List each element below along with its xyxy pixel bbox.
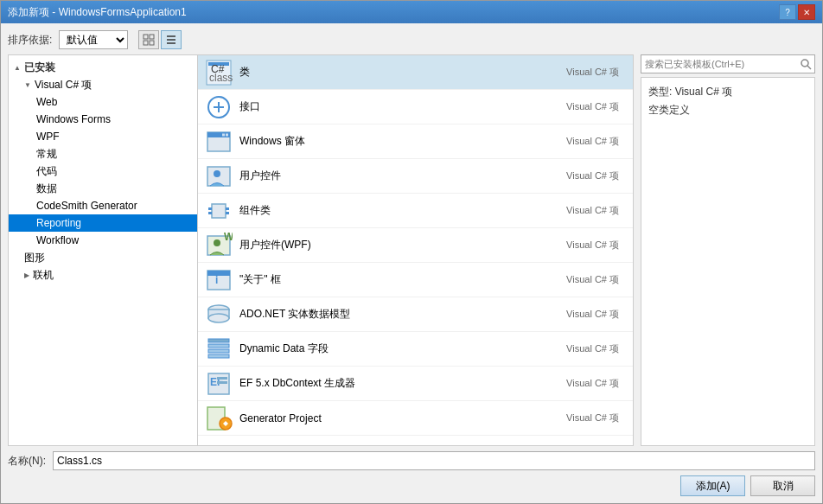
- search-icon: [800, 58, 812, 70]
- add-button[interactable]: 添加(A): [680, 475, 745, 496]
- item-row-ado[interactable]: ADO.NET 实体数据模型 Visual C# 项: [198, 297, 633, 332]
- item-row-interface[interactable]: 接口 Visual C# 项: [198, 90, 633, 124]
- svg-line-45: [807, 66, 811, 69]
- help-button[interactable]: ?: [779, 4, 796, 20]
- workflow-label: Workflow: [36, 234, 79, 246]
- dyndata-icon: [205, 335, 233, 363]
- web-label: Web: [36, 96, 57, 108]
- search-box-container: [641, 54, 815, 73]
- svg-rect-23: [208, 212, 212, 214]
- info-panel: 类型: Visual C# 项 空类定义: [641, 77, 815, 446]
- grid-icon: [143, 34, 155, 46]
- tree-item-general[interactable]: 常规: [9, 145, 197, 163]
- cancel-button[interactable]: 取消: [750, 475, 815, 496]
- item-row-ef[interactable]: EF EF 5.x DbContext 生成器 Visual C# 项: [198, 367, 633, 401]
- tree-item-code[interactable]: 代码: [9, 163, 197, 180]
- item-name-ef: EF 5.x DbContext 生成器: [239, 376, 559, 391]
- item-category-class: Visual C# 项: [566, 66, 626, 79]
- item-category-dyndata: Visual C# 项: [566, 342, 626, 355]
- svg-rect-36: [208, 349, 229, 353]
- svg-rect-22: [226, 207, 229, 210]
- tree-item-data[interactable]: 数据: [9, 180, 197, 197]
- search-input[interactable]: [641, 54, 815, 73]
- sort-select[interactable]: 默认值: [59, 30, 128, 49]
- item-row-usercontrol[interactable]: 用户控件 Visual C# 项: [198, 159, 633, 194]
- name-input[interactable]: [53, 451, 815, 470]
- item-row-generator[interactable]: Generator Project Visual C# 项: [198, 401, 633, 436]
- reporting-label: Reporting: [36, 217, 81, 229]
- svg-rect-2: [144, 41, 148, 45]
- svg-text:i: i: [215, 274, 218, 286]
- tree-item-windows-forms[interactable]: Windows Forms: [9, 111, 197, 128]
- svg-text:W: W: [224, 232, 233, 243]
- expand-csharp-icon: ▼: [24, 81, 31, 89]
- item-category-interface: Visual C# 项: [566, 100, 626, 113]
- code-label: 代码: [36, 164, 57, 179]
- tree-item-online[interactable]: ▶ 联机: [9, 266, 197, 284]
- item-name-about: "关于" 框: [239, 272, 559, 287]
- item-category-ef: Visual C# 项: [566, 377, 626, 390]
- item-category-winform: Visual C# 项: [566, 135, 626, 148]
- item-row-about[interactable]: i "关于" 框 Visual C# 项: [198, 263, 633, 297]
- general-label: 常规: [36, 147, 57, 162]
- tree-item-web[interactable]: Web: [9, 93, 197, 111]
- item-category-about: Visual C# 项: [566, 273, 626, 286]
- ef-icon: EF: [205, 370, 233, 398]
- tree-item-workflow[interactable]: Workflow: [9, 232, 197, 249]
- svg-rect-37: [208, 354, 229, 358]
- item-row-wpf-uc[interactable]: W 用户控件(WPF) Visual C# 项: [198, 228, 633, 263]
- main-area: ▲ 已安装 ▼ Visual C# 项 Web Windows Forms: [8, 54, 815, 446]
- item-row-component[interactable]: 组件类 Visual C# 项: [198, 194, 633, 228]
- generator-icon: [205, 405, 233, 432]
- about-icon: i: [205, 266, 233, 294]
- items-list: C# class 类 Visual C# 项: [198, 55, 633, 445]
- item-row-class[interactable]: C# class 类 Visual C# 项: [198, 55, 633, 90]
- tree-item-graphics[interactable]: 图形: [9, 249, 197, 266]
- wpf-label: WPF: [36, 131, 60, 143]
- graphics-label: 图形: [24, 251, 45, 265]
- type-label: 类型: Visual C# 项: [648, 85, 807, 99]
- expand-online-icon: ▶: [24, 271, 29, 279]
- item-category-ado: Visual C# 项: [566, 308, 626, 321]
- button-row: 添加(A) 取消: [8, 475, 815, 496]
- tree-item-codesmith[interactable]: CodeSmith Generator: [9, 197, 197, 214]
- item-name-usercontrol: 用户控件: [239, 169, 559, 183]
- data-label: 数据: [36, 182, 57, 196]
- top-bar: 排序依据: 默认值: [8, 30, 815, 49]
- title-controls: ? ✕: [779, 4, 815, 20]
- ado-icon: [205, 301, 233, 329]
- bottom-area: 名称(N): 添加(A) 取消: [8, 451, 815, 496]
- svg-rect-17: [226, 133, 228, 136]
- item-row-dyndata[interactable]: Dynamic Data 字段 Visual C# 项: [198, 332, 633, 367]
- item-name-component: 组件类: [239, 203, 559, 218]
- class-icon: C# class: [205, 59, 233, 86]
- svg-rect-1: [150, 35, 154, 39]
- item-name-dyndata: Dynamic Data 字段: [239, 341, 559, 356]
- search-button[interactable]: [798, 56, 813, 72]
- svg-rect-35: [208, 344, 229, 348]
- installed-section[interactable]: ▲ 已安装: [9, 59, 197, 76]
- codesmith-label: CodeSmith Generator: [36, 200, 137, 212]
- tree-item-wpf[interactable]: WPF: [9, 128, 197, 145]
- svg-rect-24: [226, 212, 229, 214]
- name-label: 名称(N):: [8, 454, 46, 469]
- tree-item-visual-csharp[interactable]: ▼ Visual C# 项: [9, 76, 197, 93]
- right-panel: 类型: Visual C# 项 空类定义: [634, 54, 815, 446]
- svg-rect-40: [217, 377, 227, 380]
- item-row-winform[interactable]: Windows 窗体 Visual C# 项: [198, 124, 633, 159]
- item-name-ado: ADO.NET 实体数据模型: [239, 307, 559, 322]
- title-text: 添加新项 - WindowsFormsApplication1: [8, 5, 187, 20]
- item-category-usercontrol: Visual C# 项: [566, 169, 626, 182]
- item-category-generator: Visual C# 项: [566, 411, 626, 424]
- tree-item-reporting[interactable]: Reporting: [9, 214, 197, 232]
- svg-rect-0: [144, 35, 148, 39]
- list-view-button[interactable]: [161, 30, 182, 49]
- list-icon: [165, 34, 177, 46]
- interface-icon: [205, 93, 233, 121]
- view-buttons: [138, 30, 182, 49]
- svg-rect-41: [217, 381, 227, 384]
- winform-icon: [205, 128, 233, 156]
- name-row: 名称(N):: [8, 451, 815, 470]
- grid-view-button[interactable]: [138, 30, 159, 49]
- close-button[interactable]: ✕: [798, 4, 815, 20]
